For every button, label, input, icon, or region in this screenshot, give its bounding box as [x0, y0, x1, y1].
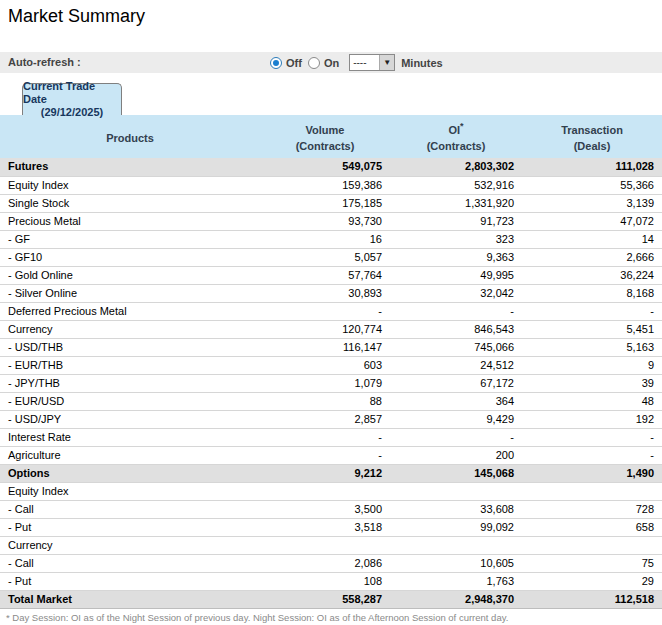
- product-cell: Futures: [0, 158, 260, 176]
- volume-cell: 93,730: [260, 212, 390, 230]
- oi-cell: 91,723: [390, 212, 522, 230]
- transaction-cell: -: [522, 428, 662, 446]
- volume-cell: 3,500: [260, 500, 390, 518]
- product-cell: - USD/JPY: [0, 410, 260, 428]
- column-header-products: Products: [0, 115, 260, 158]
- table-row: - Gold Online57,76449,99536,224: [0, 266, 662, 284]
- oi-cell: 67,172: [390, 374, 522, 392]
- product-cell: - Put: [0, 518, 260, 536]
- oi-cell: 49,995: [390, 266, 522, 284]
- auto-refresh-off-option[interactable]: Off: [270, 57, 302, 69]
- product-cell: Equity Index: [0, 482, 260, 500]
- transaction-cell: 1,490: [522, 464, 662, 482]
- transaction-cell: 29: [522, 572, 662, 590]
- column-header-volume: Volume (Contracts): [260, 115, 390, 158]
- oi-cell: 2,948,370: [390, 590, 522, 608]
- volume-cell: 1,079: [260, 374, 390, 392]
- product-cell: - EUR/USD: [0, 392, 260, 410]
- volume-cell: 57,764: [260, 266, 390, 284]
- product-cell: Currency: [0, 536, 260, 554]
- volume-cell: [260, 536, 390, 554]
- table-row: - USD/JPY2,8579,429192: [0, 410, 662, 428]
- table-row: Futures549,0752,803,302111,028: [0, 158, 662, 176]
- table-row: - EUR/THB60324,5129: [0, 356, 662, 374]
- table-row: Interest Rate---: [0, 428, 662, 446]
- product-cell: - Gold Online: [0, 266, 260, 284]
- table-row: - JPY/THB1,07967,17239: [0, 374, 662, 392]
- transaction-cell: 14: [522, 230, 662, 248]
- volume-cell: 549,075: [260, 158, 390, 176]
- auto-refresh-bar: Auto-refresh : Off On ---- ▼ Minutes: [0, 52, 662, 73]
- oi-cell: 32,042: [390, 284, 522, 302]
- volume-cell: -: [260, 446, 390, 464]
- transaction-cell: 9: [522, 356, 662, 374]
- oi-cell: 2,803,302: [390, 158, 522, 176]
- volume-cell: 16: [260, 230, 390, 248]
- oi-cell: 532,916: [390, 176, 522, 194]
- tab-current-trade-date[interactable]: Current Trade Date (29/12/2025): [22, 83, 122, 115]
- oi-cell: 33,608: [390, 500, 522, 518]
- volume-cell: 120,774: [260, 320, 390, 338]
- product-cell: - Call: [0, 554, 260, 572]
- product-cell: - Call: [0, 500, 260, 518]
- transaction-cell: 2,666: [522, 248, 662, 266]
- volume-cell: 159,386: [260, 176, 390, 194]
- oi-cell: -: [390, 302, 522, 320]
- transaction-cell: 48: [522, 392, 662, 410]
- product-cell: Precious Metal: [0, 212, 260, 230]
- minutes-interval-select[interactable]: ---- ▼: [349, 54, 395, 71]
- product-cell: Total Market: [0, 590, 260, 608]
- table-row: - Call3,50033,608728: [0, 500, 662, 518]
- volume-cell: 9,212: [260, 464, 390, 482]
- table-row: Single Stock175,1851,331,9203,139: [0, 194, 662, 212]
- transaction-cell: -: [522, 302, 662, 320]
- table-row: - Put1081,76329: [0, 572, 662, 590]
- minutes-label: Minutes: [401, 57, 443, 69]
- tab-label-line1: Current Trade Date: [23, 80, 121, 106]
- oi-cell: 745,066: [390, 338, 522, 356]
- transaction-cell: 75: [522, 554, 662, 572]
- product-cell: Currency: [0, 320, 260, 338]
- radio-unchecked-icon[interactable]: [308, 57, 320, 69]
- oi-cell: 846,543: [390, 320, 522, 338]
- product-cell: Single Stock: [0, 194, 260, 212]
- transaction-cell: [522, 482, 662, 500]
- table-row: Precious Metal93,73091,72347,072: [0, 212, 662, 230]
- table-row: Equity Index: [0, 482, 662, 500]
- transaction-cell: 5,451: [522, 320, 662, 338]
- transaction-cell: 658: [522, 518, 662, 536]
- product-cell: Options: [0, 464, 260, 482]
- oi-cell: -: [390, 428, 522, 446]
- table-row: Agriculture-200-: [0, 446, 662, 464]
- oi-cell: 1,331,920: [390, 194, 522, 212]
- market-summary-table: Products Volume (Contracts) OI* (Contrac…: [0, 115, 662, 609]
- auto-refresh-on-option[interactable]: On: [308, 57, 339, 69]
- volume-cell: 30,893: [260, 284, 390, 302]
- auto-refresh-label: Auto-refresh :: [8, 56, 81, 68]
- volume-cell: -: [260, 428, 390, 446]
- oi-cell: 364: [390, 392, 522, 410]
- product-cell: Deferred Precious Metal: [0, 302, 260, 320]
- product-cell: Agriculture: [0, 446, 260, 464]
- product-cell: - Put: [0, 572, 260, 590]
- table-row: Equity Index159,386532,91655,366: [0, 176, 662, 194]
- volume-cell: [260, 482, 390, 500]
- transaction-cell: 728: [522, 500, 662, 518]
- product-cell: - GF: [0, 230, 260, 248]
- transaction-cell: -: [522, 446, 662, 464]
- volume-cell: 88: [260, 392, 390, 410]
- table-row: - USD/THB116,147745,0665,163: [0, 338, 662, 356]
- oi-cell: 1,763: [390, 572, 522, 590]
- oi-cell: 145,068: [390, 464, 522, 482]
- volume-cell: 116,147: [260, 338, 390, 356]
- table-row: - Call2,08610,60575: [0, 554, 662, 572]
- auto-refresh-controls: Off On ---- ▼ Minutes: [270, 54, 443, 71]
- table-row: - GF1632314: [0, 230, 662, 248]
- volume-cell: 3,518: [260, 518, 390, 536]
- table-row: - Silver Online30,89332,0428,168: [0, 284, 662, 302]
- transaction-cell: 39: [522, 374, 662, 392]
- table-row: Total Market558,2872,948,370112,518: [0, 590, 662, 608]
- oi-cell: 10,605: [390, 554, 522, 572]
- transaction-cell: 47,072: [522, 212, 662, 230]
- radio-checked-icon[interactable]: [270, 57, 282, 69]
